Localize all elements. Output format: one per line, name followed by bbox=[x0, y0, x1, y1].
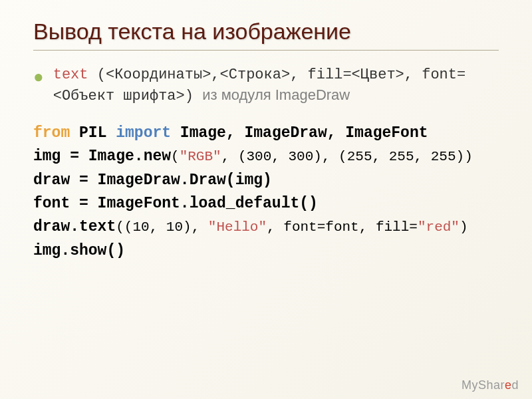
watermark: MyShared bbox=[462, 378, 519, 392]
code-l2-str: "RGB" bbox=[180, 149, 221, 164]
kw-from: from bbox=[33, 124, 70, 142]
code-l5-call: ((10, 10), "Hello", font=font, fill="red… bbox=[116, 219, 467, 235]
slide: Вывод текста на изображение ● text (<Коо… bbox=[0, 0, 532, 399]
code-block: from PIL import Image, ImageDraw, ImageF… bbox=[33, 122, 499, 261]
kw-import: import bbox=[116, 124, 171, 142]
fn-name: text bbox=[53, 66, 88, 83]
code-line-3: draw = ImageDraw.Draw(img) bbox=[33, 170, 499, 191]
code-line-1: from PIL import Image, ImageDraw, ImageF… bbox=[33, 122, 499, 144]
code-l1-rest: Image, ImageDraw, ImageFont bbox=[171, 124, 428, 142]
watermark-post: d bbox=[511, 378, 519, 392]
code-line-6: img.show() bbox=[33, 240, 499, 261]
code-l2-call: ("RGB", (300, 300), (255, 255, 255)) bbox=[171, 149, 473, 164]
code-l5-str1: "Hello" bbox=[208, 219, 267, 235]
watermark-red: e bbox=[505, 378, 512, 392]
signature-row: ● text (<Координаты>,<Строка>, fill=<Цве… bbox=[33, 65, 499, 106]
bullet-icon: ● bbox=[33, 68, 44, 85]
code-l1-mod: PIL bbox=[70, 124, 116, 142]
code-line-4: font = ImageFont.load_default() bbox=[33, 193, 499, 214]
code-line-2: img = Image.new("RGB", (300, 300), (255,… bbox=[33, 146, 499, 168]
watermark-pre: MyShar bbox=[462, 378, 505, 392]
code-l5a: draw.text bbox=[33, 218, 116, 235]
fn-tail: из модуля ImageDraw bbox=[202, 86, 350, 103]
code-l5-str2: "red" bbox=[418, 219, 460, 235]
code-line-5: draw.text((10, 10), "Hello", font=font, … bbox=[33, 216, 499, 238]
signature-text: text (<Координаты>,<Строка>, fill=<Цвет>… bbox=[53, 65, 499, 106]
slide-title: Вывод текста на изображение bbox=[33, 19, 499, 51]
code-l2a: img = Image.new bbox=[33, 148, 171, 165]
